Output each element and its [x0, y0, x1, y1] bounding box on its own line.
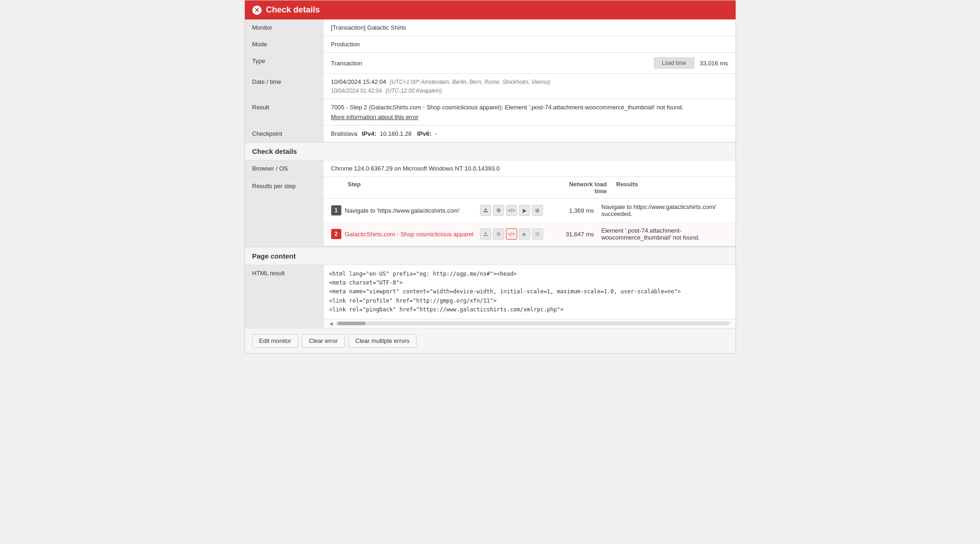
- step-2-icons: </> ▶ ⊞: [480, 228, 543, 240]
- svg-marker-1: [484, 208, 487, 210]
- result-value: 7005 - Step 2 (GalacticShirts.com - Shop…: [324, 99, 736, 126]
- step-2-result: Element '.post-74.attachment-woocommerce…: [602, 227, 732, 241]
- scrollbar-track[interactable]: [336, 322, 730, 325]
- checkpoint-row: Checkpoint Bratislava IPv4: 10.180.1.28 …: [245, 126, 736, 142]
- html-line-4: <link rel="profile" href="http://gmpg.or…: [329, 297, 730, 305]
- steps-table-header: Step Network load time Results: [324, 177, 736, 199]
- step-number-1: 1: [331, 205, 341, 215]
- step-1-icon-settings[interactable]: [493, 205, 504, 216]
- result-label: Result: [245, 99, 324, 126]
- step-1-icon-code[interactable]: </>: [506, 205, 517, 216]
- svg-marker-5: [484, 232, 487, 234]
- edit-monitor-button[interactable]: Edit monitor: [252, 334, 298, 348]
- datetime-secondary-note: (UTC-12:00 Kwajalein): [385, 88, 442, 94]
- step-row-1: 1 Navigate to 'https://www.galacticshirt…: [324, 199, 736, 222]
- checkpoint-ipv4-value: 10.180.1.28: [380, 130, 412, 137]
- check-details-section-header: Check details: [245, 142, 736, 160]
- step-1-icon-grid[interactable]: ⊞: [532, 205, 543, 216]
- datetime-primary-note: (UTC+1:00* Amsterdam, Berlin, Bern, Rome…: [390, 79, 550, 85]
- html-line-2: <meta charset="UTF-8">: [329, 278, 730, 287]
- datetime-label: Date / time: [245, 74, 324, 99]
- html-line-5: <link rel="pingback" href="https://www.g…: [329, 305, 730, 314]
- step-label-1: Navigate to 'https://www.galacticshirts.…: [345, 207, 475, 214]
- svg-rect-0: [483, 211, 488, 212]
- checkpoint-label: Checkpoint: [245, 126, 324, 142]
- more-info-link[interactable]: More information about this error: [331, 114, 728, 120]
- browser-os-value: Chrome 124.0.6367.29 on Microsoft Window…: [324, 160, 736, 177]
- step-2-icon-grid[interactable]: ⊞: [532, 228, 543, 240]
- svg-point-3: [498, 210, 499, 211]
- step-2-icon-download[interactable]: [480, 228, 491, 240]
- type-text: Transaction: [331, 60, 362, 67]
- result-text: 7005 - Step 2 (GalacticShirts.com - Shop…: [331, 104, 728, 111]
- datetime-primary: 10/04/2024 15:42:04: [331, 78, 386, 85]
- scrollbar-thumb[interactable]: [338, 322, 365, 325]
- checkpoint-value: Bratislava IPv4: 10.180.1.28 IPv6: -: [324, 126, 736, 142]
- html-line-3: <meta name="viewport" content="width=dev…: [329, 287, 730, 296]
- datetime-secondary: 10/04/2024 01:42:04: [331, 88, 382, 94]
- step-col-header: Step: [331, 181, 463, 195]
- checkpoint-ipv6-label: IPv6:: [417, 130, 431, 137]
- scrollbar-area: ◀: [324, 319, 736, 328]
- step-1-result: Navigate to https://www.galacticshirts.c…: [602, 203, 732, 217]
- step-1-icons: </> ▶ ⊞: [480, 205, 543, 216]
- step-row-2: 2 GalacticShirts.com - Shop cosmicliciou…: [324, 222, 736, 246]
- step-2-icon-run[interactable]: ▶: [519, 228, 530, 240]
- monitor-label: Monitor: [245, 19, 324, 36]
- mode-row: Mode Production: [245, 36, 736, 53]
- footer-buttons: Edit monitor Clear error Clear multiple …: [245, 328, 736, 353]
- results-per-step-row: Results per step Step Network load time …: [245, 177, 736, 247]
- browser-os-row: Browser / OS Chrome 124.0.6367.29 on Mic…: [245, 160, 736, 177]
- step-1-network-time: 1,369 ms: [552, 207, 594, 214]
- svg-point-7: [498, 234, 499, 234]
- results-per-step-value: Step Network load time Results 1 Navigat…: [324, 177, 736, 247]
- mode-value: Production: [324, 36, 736, 53]
- browser-os-label: Browser / OS: [245, 160, 324, 177]
- step-2-network-time: 31,647 ms: [552, 231, 594, 238]
- checkpoint-ipv6-value: -: [435, 130, 437, 137]
- type-label: Type: [245, 53, 324, 74]
- info-table: Monitor [Transaction] Galactic Shirts Mo…: [245, 19, 736, 142]
- step-1-icon-download[interactable]: [480, 205, 491, 216]
- close-icon[interactable]: ✕: [252, 6, 262, 15]
- load-time-value: 33,016 ms: [700, 60, 728, 67]
- load-time-badge: Load time: [654, 57, 694, 69]
- page-title: Check details: [266, 5, 320, 15]
- clear-error-button[interactable]: Clear error: [302, 334, 345, 348]
- datetime-row: Date / time 10/04/2024 15:42:04 (UTC+1:0…: [245, 74, 736, 99]
- monitor-row: Monitor [Transaction] Galactic Shirts: [245, 19, 736, 36]
- mode-label: Mode: [245, 36, 324, 53]
- results-per-step-label: Results per step: [245, 177, 324, 247]
- network-col-header: Network load time: [556, 181, 607, 195]
- html-code-box: <html lang="en-US" prefix="og: http://og…: [324, 265, 736, 319]
- checkpoint-ipv4-label: IPv4:: [362, 130, 376, 137]
- html-result-container: HTML result <html lang="en-US" prefix="o…: [245, 265, 736, 328]
- html-line-1: <html lang="en-US" prefix="og: http://og…: [329, 270, 730, 278]
- title-bar: ✕ Check details: [245, 0, 736, 19]
- step-1-icon-run[interactable]: ▶: [519, 205, 530, 216]
- step-number-2: 2: [331, 229, 341, 239]
- type-row: Type Transaction Load time 33,016 ms: [245, 53, 736, 74]
- step-label-2: GalacticShirts.com - Shop cosmiclicious …: [345, 231, 475, 238]
- page-content-section: Page content HTML result <html lang="en-…: [245, 247, 736, 328]
- html-result-label: HTML result: [245, 265, 324, 328]
- page-content-header: Page content: [245, 247, 736, 265]
- type-value: Transaction Load time 33,016 ms: [324, 53, 736, 74]
- svg-rect-4: [483, 235, 488, 236]
- step-2-icon-settings[interactable]: [493, 228, 504, 240]
- monitor-value: [Transaction] Galactic Shirts: [324, 19, 736, 36]
- result-row: Result 7005 - Step 2 (GalacticShirts.com…: [245, 99, 736, 126]
- checkpoint-city: Bratislava: [331, 130, 358, 137]
- scroll-left-icon[interactable]: ◀: [329, 321, 333, 326]
- clear-multiple-errors-button[interactable]: Clear multiple errors: [348, 334, 416, 348]
- check-details-table: Browser / OS Chrome 124.0.6367.29 on Mic…: [245, 160, 736, 247]
- step-2-icon-code[interactable]: </>: [506, 228, 517, 240]
- datetime-value: 10/04/2024 15:42:04 (UTC+1:00* Amsterdam…: [324, 74, 736, 99]
- results-col-header: Results: [607, 181, 732, 195]
